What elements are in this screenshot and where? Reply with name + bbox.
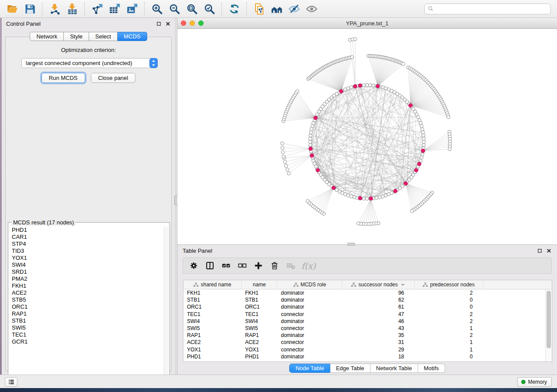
table-cell[interactable]: 18 bbox=[342, 353, 415, 360]
table-cell[interactable]: connector bbox=[277, 311, 342, 318]
table-cell[interactable]: dominator bbox=[277, 289, 342, 296]
table-cell[interactable]: STB1 bbox=[242, 296, 277, 303]
table-row[interactable]: YOX1YOX1connector291 bbox=[183, 346, 545, 353]
table-cell[interactable]: TEC1 bbox=[242, 311, 277, 318]
search-input[interactable] bbox=[436, 6, 547, 12]
table-cell[interactable]: PHD1 bbox=[242, 353, 277, 360]
table-cell[interactable]: RAP1 bbox=[183, 332, 242, 339]
table-row[interactable]: ACE2ACE2connector311 bbox=[183, 339, 545, 346]
table-cell[interactable]: TEC1 bbox=[183, 311, 242, 318]
mcds-result-item[interactable]: ORC1 bbox=[9, 303, 163, 310]
export-table-button[interactable] bbox=[106, 1, 123, 16]
table-cell[interactable]: FKH1 bbox=[242, 289, 277, 296]
table-cell[interactable]: SWI4 bbox=[242, 318, 277, 325]
tab-mcds[interactable]: MCDS bbox=[118, 32, 147, 41]
table-cell[interactable]: ACE2 bbox=[183, 339, 242, 346]
table-cell[interactable]: dominator bbox=[277, 318, 342, 325]
table-cell[interactable]: PHD1 bbox=[183, 353, 242, 360]
search-box[interactable] bbox=[424, 3, 551, 14]
tab-node-table[interactable]: Node Table bbox=[289, 364, 330, 373]
close-panel-button[interactable]: Close panel bbox=[91, 73, 136, 83]
mcds-result-item[interactable]: RAP1 bbox=[9, 310, 163, 317]
table-cell[interactable]: 31 bbox=[342, 339, 415, 346]
table-cell[interactable]: 29 bbox=[342, 346, 415, 353]
close-table-panel-icon[interactable] bbox=[546, 248, 552, 254]
table-cell[interactable]: SWI4 bbox=[183, 318, 242, 325]
network-canvas[interactable] bbox=[177, 29, 557, 244]
table-cell[interactable]: connector bbox=[277, 339, 342, 346]
table-cell[interactable]: 96 bbox=[342, 289, 415, 296]
close-panel-icon[interactable] bbox=[165, 21, 171, 27]
show-all-button[interactable] bbox=[303, 1, 320, 16]
mcds-result-item[interactable]: GCR1 bbox=[9, 338, 163, 345]
table-cell[interactable]: SWI5 bbox=[183, 325, 242, 332]
table-cell[interactable]: ACE2 bbox=[242, 339, 277, 346]
table-row[interactable]: PHD1PHD1dominator180 bbox=[183, 353, 545, 360]
table-cell[interactable]: connector bbox=[277, 325, 342, 332]
mcds-result-item[interactable]: PHD1 bbox=[9, 227, 163, 234]
table-cell[interactable]: 1 bbox=[415, 339, 483, 346]
table-row[interactable]: RAP1RAP1dominator352 bbox=[183, 332, 545, 339]
table-scrollbar-thumb[interactable] bbox=[547, 291, 551, 348]
column-header-mcds-role[interactable]: MCDS role bbox=[277, 280, 342, 289]
column-header-successor-nodes[interactable]: successor nodes bbox=[342, 280, 415, 289]
table-row[interactable]: SWI5SWI5connector431 bbox=[183, 325, 545, 332]
table-cell[interactable]: 2 bbox=[415, 332, 483, 339]
export-image-button[interactable] bbox=[123, 1, 141, 16]
hide-selected-button[interactable] bbox=[285, 1, 303, 16]
mcds-result-item[interactable]: ACE2 bbox=[9, 289, 163, 296]
table-cell[interactable]: dominator bbox=[277, 353, 342, 360]
table-row[interactable]: FKH1FKH1dominator962 bbox=[183, 289, 545, 296]
table-cell[interactable]: 2 bbox=[415, 318, 483, 325]
table-row[interactable]: STB1STB1dominator620 bbox=[183, 296, 545, 303]
tab-select[interactable]: Select bbox=[89, 32, 118, 41]
mcds-result-item[interactable]: TID3 bbox=[9, 248, 163, 254]
mcds-list-scrollbar[interactable] bbox=[164, 227, 169, 383]
table-cell[interactable]: dominator bbox=[277, 303, 342, 310]
delete-button[interactable] bbox=[267, 259, 282, 272]
table-cell[interactable]: 47 bbox=[342, 311, 415, 318]
table-cell[interactable]: 35 bbox=[342, 332, 415, 339]
table-cell[interactable]: dominator bbox=[277, 332, 342, 339]
export-network-button[interactable] bbox=[88, 1, 106, 16]
first-neighbors-button[interactable] bbox=[268, 1, 285, 16]
new-network-from-selection-button[interactable] bbox=[250, 1, 268, 16]
table-cell[interactable]: 0 bbox=[415, 303, 483, 310]
column-header-name[interactable]: name bbox=[242, 280, 277, 289]
float-table-panel-icon[interactable] bbox=[537, 248, 543, 254]
table-cell[interactable]: 61 bbox=[342, 303, 415, 310]
select-all-button[interactable] bbox=[219, 259, 233, 272]
table-cell[interactable]: 43 bbox=[342, 325, 415, 332]
column-header-shared-name[interactable]: shared name bbox=[183, 280, 242, 289]
mcds-result-item[interactable]: CAR1 bbox=[9, 234, 163, 241]
run-mcds-button[interactable]: Run MCDS bbox=[42, 73, 85, 83]
table-cell[interactable]: 2 bbox=[415, 289, 483, 296]
criterion-dropdown[interactable]: largest connected component (undirected) bbox=[21, 58, 158, 68]
mcds-result-item[interactable]: TEC1 bbox=[9, 331, 163, 338]
column-header-predecessor-nodes[interactable]: predecessor nodes bbox=[415, 280, 483, 289]
table-cell[interactable]: RAP1 bbox=[242, 332, 277, 339]
table-cell[interactable]: YOX1 bbox=[183, 346, 242, 353]
table-cell[interactable]: 0 bbox=[415, 353, 483, 360]
zoom-out-button[interactable] bbox=[166, 1, 183, 16]
table-cell[interactable]: FKH1 bbox=[183, 289, 242, 296]
memory-button[interactable]: Memory bbox=[517, 377, 552, 387]
open-file-button[interactable] bbox=[3, 1, 21, 16]
add-column-button[interactable] bbox=[251, 259, 266, 272]
table-cell[interactable]: YOX1 bbox=[242, 346, 277, 353]
zoom-selected-button[interactable] bbox=[201, 1, 218, 16]
mcds-result-item[interactable]: FKH1 bbox=[9, 282, 163, 289]
mcds-result-item[interactable]: SRD1 bbox=[9, 268, 163, 275]
tab-motifs[interactable]: Motifs bbox=[418, 364, 445, 373]
zoom-in-button[interactable] bbox=[148, 1, 166, 16]
tab-network[interactable]: Network bbox=[30, 32, 64, 41]
table-cell[interactable]: 1 bbox=[415, 346, 483, 353]
zoom-fit-button[interactable] bbox=[183, 1, 201, 16]
tab-style[interactable]: Style bbox=[64, 32, 89, 41]
tab-edge-table[interactable]: Edge Table bbox=[330, 364, 370, 373]
mcds-result-item[interactable]: STP4 bbox=[9, 241, 163, 248]
settings-button[interactable] bbox=[187, 259, 201, 272]
mcds-result-item[interactable]: SWI4 bbox=[9, 261, 163, 268]
mcds-result-item[interactable]: PMA2 bbox=[9, 275, 163, 282]
table-row[interactable]: TEC1TEC1connector472 bbox=[183, 311, 545, 318]
